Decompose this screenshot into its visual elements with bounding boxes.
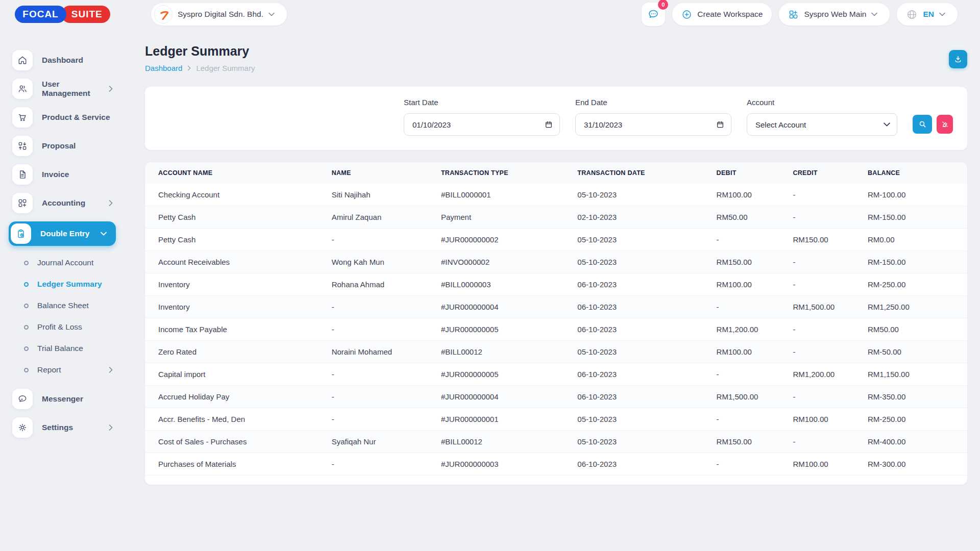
- chevron-down-icon: [871, 12, 877, 16]
- start-date-label: Start Date: [404, 98, 560, 107]
- table-row[interactable]: InventoryRohana Ahmad#BILL000000306-10-2…: [145, 273, 967, 296]
- workspace-selector[interactable]: Syspro Web Main: [779, 3, 890, 26]
- sidebar: Dashboard User Management Product & Serv…: [0, 29, 125, 446]
- language-selector[interactable]: EN: [897, 3, 958, 26]
- table-row[interactable]: Zero RatedNoraini Mohamed#BILL0001205-10…: [145, 341, 967, 363]
- cell-account-name: Account Receivables: [145, 251, 332, 273]
- cell-name: Noraini Mohamed: [332, 341, 441, 363]
- main-content: Ledger Summary Dashboard Ledger Summary …: [125, 29, 980, 485]
- end-date-label: End Date: [575, 98, 731, 107]
- cell-debit: RM100.00: [717, 273, 793, 296]
- sidebar-item-double-entry[interactable]: Double Entry: [9, 221, 116, 246]
- sidebar-item-messenger[interactable]: Messenger: [9, 389, 116, 409]
- download-button[interactable]: [949, 50, 967, 68]
- cell-transaction-type: #BILL00012: [441, 431, 577, 453]
- start-date-field-group: Start Date: [404, 98, 560, 136]
- cell-balance: RM-350.00: [868, 386, 967, 408]
- column-header: TRANSACTION DATE: [577, 162, 716, 184]
- company-selector[interactable]: Syspro Digital Sdn. Bhd.: [151, 3, 287, 26]
- cell-credit: RM150.00: [793, 229, 868, 251]
- cell-transaction-type: #BILL0000003: [441, 273, 577, 296]
- table-row[interactable]: Accr. Benefits - Med, Den-#JUR0000000010…: [145, 408, 967, 431]
- ledger-table-card: ACCOUNT NAME NAME TRANSACTION TYPE TRANS…: [145, 162, 967, 485]
- page-head: Ledger Summary Dashboard Ledger Summary: [145, 44, 967, 72]
- sidebar-subitem-journal-account[interactable]: Journal Account: [24, 258, 116, 267]
- start-date-input[interactable]: [404, 113, 560, 136]
- cell-transaction-type: #JUR000000004: [441, 296, 577, 318]
- cell-balance: RM-150.00: [868, 251, 967, 273]
- cell-account-name: Petty Cash: [145, 206, 332, 229]
- cell-credit: -: [793, 251, 868, 273]
- cell-name: -: [332, 229, 441, 251]
- table-row[interactable]: Income Tax Payable-#JUR00000000506-10-20…: [145, 318, 967, 341]
- focal-suite-logo[interactable]: FOCAL SUITE: [15, 6, 110, 23]
- table-row[interactable]: Account ReceivablesWong Kah Mun#INVO0000…: [145, 251, 967, 273]
- table-row[interactable]: Purchases of Materials-#JUR00000000306-1…: [145, 453, 967, 475]
- sidebar-item-label: Settings: [42, 423, 100, 432]
- table-row[interactable]: Petty CashAmirul ZaquanPayment02-10-2023…: [145, 206, 967, 229]
- table-row[interactable]: Inventory-#JUR00000000406-10-2023-RM1,50…: [145, 296, 967, 318]
- cell-transaction-type: Payment: [441, 206, 577, 229]
- cell-credit: -: [793, 386, 868, 408]
- sidebar-subitem-label: Profit & Loss: [37, 322, 116, 332]
- breadcrumb-current: Ledger Summary: [196, 64, 255, 72]
- cell-debit: RM150.00: [717, 251, 793, 273]
- create-workspace-button[interactable]: Create Workspace: [672, 3, 772, 26]
- sidebar-item-invoice[interactable]: Invoice: [9, 164, 116, 185]
- company-name: Syspro Digital Sdn. Bhd.: [178, 10, 263, 19]
- cell-transaction-type: #JUR000000003: [441, 453, 577, 475]
- table-row[interactable]: Cost of Sales - PurchasesSyafiqah Nur#BI…: [145, 431, 967, 453]
- sidebar-item-settings[interactable]: Settings: [9, 417, 116, 438]
- sidebar-item-proposal[interactable]: Proposal: [9, 136, 116, 156]
- cell-account-name: Cost of Sales - Purchases: [145, 431, 332, 453]
- cell-debit: RM150.00: [717, 431, 793, 453]
- double-entry-submenu: Journal Account Ledger Summary Balance S…: [9, 258, 116, 374]
- table-row[interactable]: Capital import-#JUR00000000506-10-2023-R…: [145, 363, 967, 386]
- sidebar-item-user-management[interactable]: User Management: [9, 79, 116, 99]
- cell-balance: RM-50.00: [868, 341, 967, 363]
- cell-name: -: [332, 386, 441, 408]
- sidebar-subitem-report[interactable]: Report: [24, 365, 116, 374]
- sidebar-item-dashboard[interactable]: Dashboard: [9, 50, 116, 70]
- cell-balance: RM1,250.00: [868, 296, 967, 318]
- create-workspace-label: Create Workspace: [697, 10, 763, 19]
- cell-credit: -: [793, 431, 868, 453]
- sidebar-subitem-profit-loss[interactable]: Profit & Loss: [24, 322, 116, 332]
- accounting-grid-icon: [12, 193, 33, 213]
- sidebar-subitem-ledger-summary[interactable]: Ledger Summary: [24, 280, 116, 289]
- cell-transaction-date: 02-10-2023: [577, 206, 716, 229]
- breadcrumb-dashboard-link[interactable]: Dashboard: [145, 64, 182, 72]
- table-row[interactable]: Checking AccountSiti Najihah#BILL0000001…: [145, 184, 967, 206]
- topbar-right: 0 Create Workspace Syspro Web Main: [642, 3, 958, 26]
- cell-balance: RM1,150.00: [868, 363, 967, 386]
- cell-account-name: Capital import: [145, 363, 332, 386]
- language-code: EN: [923, 10, 934, 19]
- bullet-icon: [24, 325, 29, 330]
- clear-filter-icon: [941, 120, 949, 128]
- cell-transaction-date: 05-10-2023: [577, 229, 716, 251]
- chevron-down-icon: [939, 12, 945, 16]
- sidebar-subitem-balance-sheet[interactable]: Balance Sheet: [24, 301, 116, 310]
- cell-credit: -: [793, 184, 868, 206]
- sidebar-item-label: User Management: [42, 80, 100, 98]
- sidebar-item-product-service[interactable]: Product & Service: [9, 107, 116, 128]
- bullet-icon: [24, 261, 29, 265]
- messenger-button[interactable]: 0: [642, 3, 665, 26]
- column-header: CREDIT: [793, 162, 868, 184]
- table-row[interactable]: Petty Cash-#JUR00000000205-10-2023-RM150…: [145, 229, 967, 251]
- sidebar-subitem-trial-balance[interactable]: Trial Balance: [24, 344, 116, 353]
- bullet-icon: [24, 304, 29, 308]
- end-date-input[interactable]: [575, 113, 731, 136]
- workspace-name: Syspro Web Main: [804, 10, 866, 19]
- table-row[interactable]: Accrued Holiday Pay-#JUR00000000406-10-2…: [145, 386, 967, 408]
- cell-debit: RM1,200.00: [717, 318, 793, 341]
- sidebar-item-label: Double Entry: [40, 229, 91, 238]
- search-button[interactable]: [913, 115, 932, 134]
- ledger-table: ACCOUNT NAME NAME TRANSACTION TYPE TRANS…: [145, 162, 967, 475]
- clear-filter-button[interactable]: [937, 115, 953, 134]
- cell-name: -: [332, 296, 441, 318]
- account-select[interactable]: Select Account: [747, 113, 897, 136]
- cell-transaction-date: 05-10-2023: [577, 431, 716, 453]
- sidebar-item-accounting[interactable]: Accounting: [9, 193, 116, 213]
- cell-debit: RM100.00: [717, 341, 793, 363]
